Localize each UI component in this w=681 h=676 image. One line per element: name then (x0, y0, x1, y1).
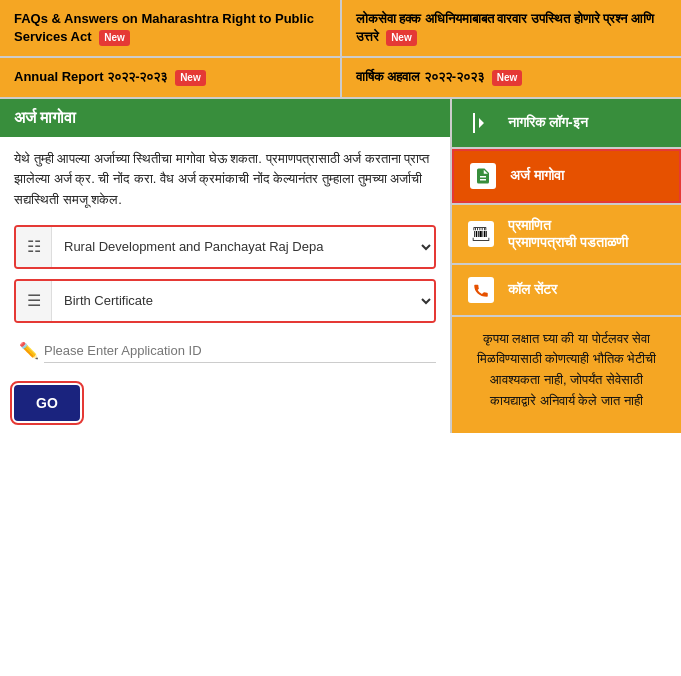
badge-new-3: New (175, 70, 206, 86)
banner-text-1: FAQs & Answers on Maharashtra Right to P… (14, 11, 314, 44)
citizen-login-label: नागरिक लॉग-इन (508, 114, 588, 131)
department-select[interactable]: Rural Development and Panchayat Raj Depa (52, 227, 434, 267)
go-button[interactable]: GO (14, 385, 80, 421)
arj-magova-label: अर्ज मागोवा (510, 167, 564, 184)
department-dropdown-row: ☷ Rural Development and Panchayat Raj De… (14, 225, 436, 269)
barcode-icon (466, 221, 496, 247)
info-text-block: कृपया लक्षात घ्या की या पोर्टलवर सेवा मि… (452, 317, 681, 433)
left-panel: अर्ज मागोवा येथे तुम्ही आपल्या अर्जाच्या… (0, 99, 450, 433)
arj-magova-item[interactable]: अर्ज मागोवा (452, 149, 681, 203)
certificate-dropdown-row: ☰ Birth Certificate (14, 279, 436, 323)
certificate-verification-item[interactable]: प्रमाणित प्रमाणपत्राची पडताळणी (452, 205, 681, 263)
banner-text-4: वार्षिक अहवाल २०२२-२०२३ (356, 69, 485, 84)
app-id-row: ✏️ (14, 333, 436, 369)
citizen-login-item[interactable]: नागरिक लॉग-इन (452, 99, 681, 147)
banner-text-3: Annual Report २०२२-२०२३ (14, 69, 168, 84)
department-icon: ☷ (16, 227, 52, 267)
badge-new-4: New (492, 70, 523, 86)
call-center-label: कॉल सेंटर (508, 281, 557, 298)
main-layout: अर्ज मागोवा येथे तुम्ही आपल्या अर्जाच्या… (0, 99, 681, 433)
banner-item-1[interactable]: FAQs & Answers on Maharashtra Right to P… (0, 0, 340, 56)
call-center-item[interactable]: कॉल सेंटर (452, 265, 681, 315)
document-icon (468, 163, 498, 189)
left-panel-body: येथे तुम्ही आपल्या अर्जाच्या स्थितीचा मा… (0, 137, 450, 433)
right-panel: नागरिक लॉग-इन अर्ज मागोवा (452, 99, 681, 433)
badge-new-2: New (386, 30, 417, 46)
certificate-select[interactable]: Birth Certificate (52, 281, 434, 321)
phone-icon (466, 277, 496, 303)
info-text: कृपया लक्षात घ्या की या पोर्टलवर सेवा मि… (477, 331, 657, 408)
app-id-input[interactable] (44, 339, 436, 363)
banner-item-4[interactable]: वार्षिक अहवाल २०२२-२०२३ New (342, 58, 682, 96)
badge-new-1: New (99, 30, 130, 46)
banner-item-3[interactable]: Annual Report २०२२-२०२३ New (0, 58, 340, 96)
top-banners: FAQs & Answers on Maharashtra Right to P… (0, 0, 681, 99)
description-text: येथे तुम्ही आपल्या अर्जाच्या स्थितीचा मा… (14, 149, 436, 211)
certificate-verification-labels: प्रमाणित प्रमाणपत्राची पडताळणी (508, 217, 628, 251)
left-panel-header: अर्ज मागोवा (0, 99, 450, 137)
pencil-icon: ✏️ (14, 341, 44, 360)
left-header-title: अर्ज मागोवा (14, 109, 76, 126)
banner-item-2[interactable]: लोकसेवा हक्क अधिनियमाबाबत वारवार उपस्थित… (342, 0, 682, 56)
certificate-icon: ☰ (16, 281, 52, 321)
arrow-right-icon (466, 111, 496, 135)
certified-label: प्रमाणित (508, 217, 628, 234)
certificate-check-label: प्रमाणपत्राची पडताळणी (508, 234, 628, 251)
